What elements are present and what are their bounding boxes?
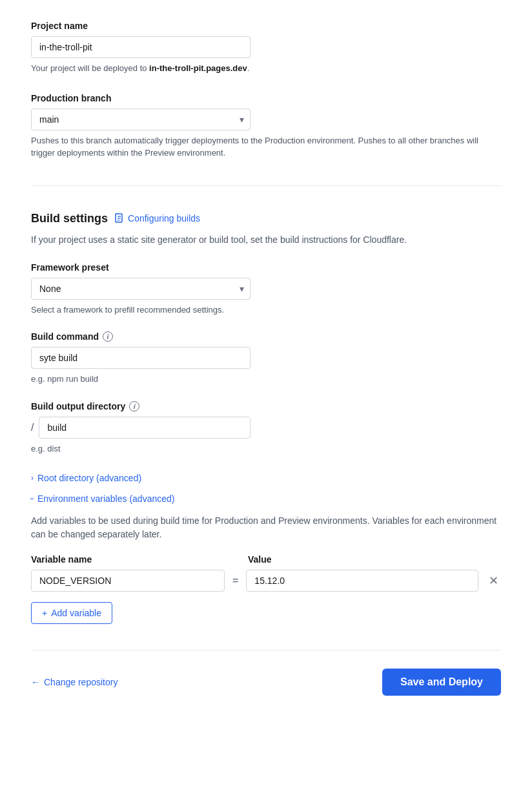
change-repository-button[interactable]: ← Change repository — [31, 677, 118, 687]
env-vars-toggle[interactable]: › Environment variables (advanced) — [31, 494, 174, 504]
build-settings-title: Build settings — [31, 212, 108, 225]
section-divider — [31, 185, 501, 186]
framework-preset-label: Framework preset — [31, 262, 501, 273]
build-settings-header: Build settings Configuring builds — [31, 212, 501, 225]
build-command-helper: e.g. npm run build — [31, 373, 501, 386]
arrow-left-icon: ← — [31, 677, 40, 687]
project-name-helper: Your project will be deployed to in-the-… — [31, 62, 501, 75]
build-output-dir-input[interactable] — [39, 417, 251, 439]
build-command-wrapper — [31, 347, 251, 369]
build-output-dir-label: Build output directory i — [31, 401, 501, 411]
env-var-value-input[interactable] — [246, 570, 478, 592]
root-directory-toggle[interactable]: › Root directory (advanced) — [31, 473, 141, 483]
close-icon: ✕ — [489, 574, 498, 588]
build-output-dir-helper: e.g. dist — [31, 442, 501, 455]
env-name-col-label: Variable name — [31, 554, 225, 565]
save-and-deploy-button[interactable]: Save and Deploy — [382, 669, 501, 696]
env-value-col-label: Value — [248, 554, 501, 565]
framework-preset-helper: Select a framework to prefill recommende… — [31, 304, 501, 317]
add-variable-label: Add variable — [51, 608, 101, 618]
framework-preset-wrapper: None React Vue Next.js Nuxt Gatsby Hugo … — [31, 278, 251, 300]
env-vars-column-headers: Variable name Value — [31, 554, 501, 565]
env-var-name-input[interactable] — [31, 570, 225, 592]
build-command-info-icon[interactable]: i — [103, 331, 113, 342]
page-footer: ← Change repository Save and Deploy — [31, 650, 501, 696]
env-var-row: = ✕ — [31, 570, 501, 592]
env-vars-section: Add variables to be used during build ti… — [31, 514, 501, 624]
chevron-right-icon: › — [31, 473, 34, 483]
document-icon — [114, 213, 125, 223]
env-var-delete-button[interactable]: ✕ — [486, 571, 501, 590]
output-dir-prefix: / — [31, 417, 39, 439]
production-branch-select[interactable]: main master develop — [31, 109, 251, 130]
chevron-down-icon: › — [28, 497, 37, 500]
build-output-dir-wrapper: / — [31, 417, 251, 439]
build-command-label: Build command i — [31, 331, 501, 342]
framework-preset-select[interactable]: None React Vue Next.js Nuxt Gatsby Hugo … — [31, 278, 251, 300]
project-name-input[interactable] — [31, 36, 251, 58]
env-vars-description: Add variables to be used during build ti… — [31, 514, 501, 541]
production-branch-helper: Pushes to this branch automatically trig… — [31, 134, 501, 160]
production-branch-select-wrapper: main master develop ▾ — [31, 109, 251, 130]
production-branch-label: Production branch — [31, 93, 501, 103]
build-output-dir-info-icon[interactable]: i — [129, 401, 139, 411]
build-settings-description: If your project uses a static site gener… — [31, 233, 501, 247]
build-command-input[interactable] — [31, 347, 251, 369]
plus-icon: + — [42, 608, 47, 618]
configuring-builds-link[interactable]: Configuring builds — [114, 213, 200, 223]
env-equals-sign: = — [232, 575, 238, 587]
add-variable-button[interactable]: + Add variable — [31, 602, 112, 624]
project-name-label: Project name — [31, 21, 501, 31]
